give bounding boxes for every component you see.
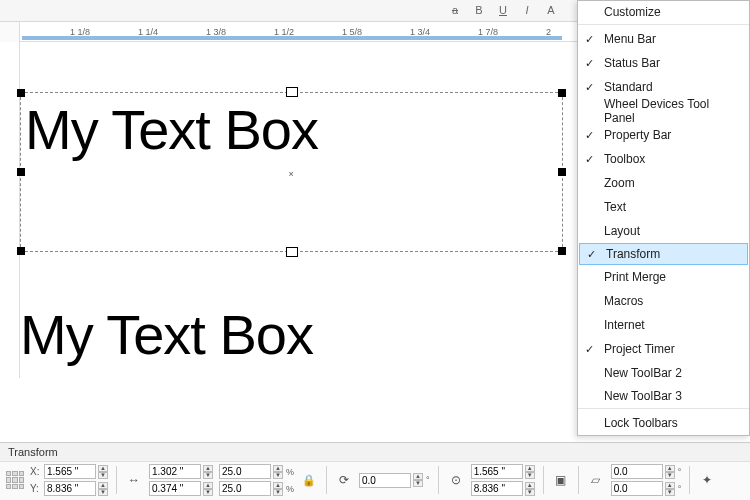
menu-item-toolbox[interactable]: ✓Toolbox: [578, 147, 749, 171]
spinner-up-icon[interactable]: ▲: [98, 465, 108, 472]
spinner-down-icon[interactable]: ▼: [413, 480, 423, 487]
resize-handle-ml[interactable]: [17, 168, 25, 176]
resize-handle-tl[interactable]: [17, 89, 25, 97]
menu-item-transform[interactable]: ✓Transform: [579, 243, 748, 265]
menu-item-label: Toolbox: [604, 152, 645, 166]
artistic-text[interactable]: My Text Box: [20, 302, 313, 367]
menu-item-macros[interactable]: Macros: [578, 289, 749, 313]
anchor-grid[interactable]: [6, 471, 24, 489]
menu-item-property-bar[interactable]: ✓Property Bar: [578, 123, 749, 147]
textflow-handle-top[interactable]: [286, 87, 298, 97]
x-label: X:: [30, 466, 42, 477]
resize-handle-br[interactable]: [558, 247, 566, 255]
menu-item-customize[interactable]: Customize: [578, 1, 749, 25]
menu-item-label: Print Merge: [604, 270, 666, 284]
spinner-down-icon[interactable]: ▼: [98, 472, 108, 479]
menu-item-status-bar[interactable]: ✓Status Bar: [578, 51, 749, 75]
check-icon: ✓: [585, 343, 594, 356]
check-icon: ✓: [585, 57, 594, 70]
menu-item-project-timer[interactable]: ✓Project Timer: [578, 337, 749, 361]
spinner-down-icon[interactable]: ▼: [98, 489, 108, 496]
underline-icon[interactable]: U: [494, 2, 512, 18]
resize-handle-mr[interactable]: [558, 168, 566, 176]
spinner-up-icon[interactable]: ▲: [273, 465, 283, 472]
height-input[interactable]: [149, 481, 201, 496]
menu-item-menu-bar[interactable]: ✓Menu Bar: [578, 27, 749, 51]
menu-item-label: Text: [604, 200, 626, 214]
check-icon: ✓: [587, 248, 596, 261]
center-y-input[interactable]: [471, 481, 523, 496]
resize-handle-tr[interactable]: [558, 89, 566, 97]
center-x-input[interactable]: [471, 464, 523, 479]
textflow-handle-bottom[interactable]: [286, 247, 298, 257]
divider: [116, 466, 117, 494]
spinner-down-icon[interactable]: ▼: [273, 489, 283, 496]
scale-x-input[interactable]: [219, 464, 271, 479]
menu-item-new-toolbar-3[interactable]: New ToolBar 3: [578, 385, 749, 409]
apply-icon[interactable]: ✦: [698, 471, 716, 489]
y-label: Y:: [30, 483, 42, 494]
y-input[interactable]: [44, 481, 96, 496]
menu-item-internet[interactable]: Internet: [578, 313, 749, 337]
spinner-up-icon[interactable]: ▲: [413, 473, 423, 480]
degree-unit: °: [678, 484, 682, 494]
menu-item-print-merge[interactable]: Print Merge: [578, 265, 749, 289]
ruler-selection-indicator: [22, 36, 562, 40]
spinner-down-icon[interactable]: ▼: [665, 489, 675, 496]
text-frame-selected[interactable]: My Text Box ×: [20, 92, 563, 252]
relative-center-icon[interactable]: ▣: [552, 471, 570, 489]
spinner-down-icon[interactable]: ▼: [203, 472, 213, 479]
menu-item-zoom[interactable]: Zoom: [578, 171, 749, 195]
skew-group: ▲▼ ° ▲▼ °: [611, 464, 682, 496]
menu-item-text[interactable]: Text: [578, 195, 749, 219]
toolbars-context-menu[interactable]: Customize✓Menu Bar✓Status Bar✓StandardWh…: [577, 0, 750, 436]
lock-icon[interactable]: 🔒: [300, 471, 318, 489]
rotate-icon: ⟳: [335, 471, 353, 489]
spinner-up-icon[interactable]: ▲: [665, 465, 675, 472]
width-input[interactable]: [149, 464, 201, 479]
spinner-down-icon[interactable]: ▼: [525, 489, 535, 496]
menu-item-label: Customize: [604, 5, 661, 19]
center-group: ▲▼ ▲▼: [471, 464, 535, 496]
menu-item-label: New ToolBar 2: [604, 366, 682, 380]
text-content[interactable]: My Text Box: [21, 93, 562, 166]
menu-item-label: New ToolBar 3: [604, 389, 682, 403]
spinner-down-icon[interactable]: ▼: [203, 489, 213, 496]
spinner-up-icon[interactable]: ▲: [525, 465, 535, 472]
spinner-down-icon[interactable]: ▼: [525, 472, 535, 479]
spinner-down-icon[interactable]: ▼: [665, 472, 675, 479]
skew-x-input[interactable]: [611, 464, 663, 479]
angle-input[interactable]: [359, 473, 411, 488]
menu-item-standard[interactable]: ✓Standard: [578, 75, 749, 99]
menu-item-label: Standard: [604, 80, 653, 94]
menu-item-new-toolbar-2[interactable]: New ToolBar 2: [578, 361, 749, 385]
menu-item-wheel-devices-tool-panel[interactable]: Wheel Devices Tool Panel: [578, 99, 749, 123]
spinner-up-icon[interactable]: ▲: [665, 482, 675, 489]
skew-y-input[interactable]: [611, 481, 663, 496]
spinner-up-icon[interactable]: ▲: [273, 482, 283, 489]
menu-item-label: Transform: [606, 247, 660, 261]
spinner-down-icon[interactable]: ▼: [273, 472, 283, 479]
spinner-up-icon[interactable]: ▲: [98, 482, 108, 489]
degree-unit: °: [426, 475, 430, 485]
skew-icon: ▱: [587, 471, 605, 489]
spinner-up-icon[interactable]: ▲: [203, 482, 213, 489]
bold-icon[interactable]: B: [470, 2, 488, 18]
x-input[interactable]: [44, 464, 96, 479]
scale-y-input[interactable]: [219, 481, 271, 496]
resize-handle-bl[interactable]: [17, 247, 25, 255]
check-icon: ✓: [585, 153, 594, 166]
menu-item-layout[interactable]: Layout: [578, 219, 749, 243]
degree-unit: °: [678, 467, 682, 477]
menu-item-label: Menu Bar: [604, 32, 656, 46]
spinner-up-icon[interactable]: ▲: [203, 465, 213, 472]
check-icon: ✓: [585, 129, 594, 142]
spinner-up-icon[interactable]: ▲: [525, 482, 535, 489]
menu-item-lock-toolbars[interactable]: Lock Toolbars: [578, 411, 749, 435]
position-group: X: ▲▼ Y: ▲▼: [30, 464, 108, 496]
divider: [578, 466, 579, 494]
font-icon[interactable]: A: [542, 2, 560, 18]
menu-item-label: Property Bar: [604, 128, 671, 142]
italic-icon[interactable]: I: [518, 2, 536, 18]
strike-icon[interactable]: a: [446, 2, 464, 18]
